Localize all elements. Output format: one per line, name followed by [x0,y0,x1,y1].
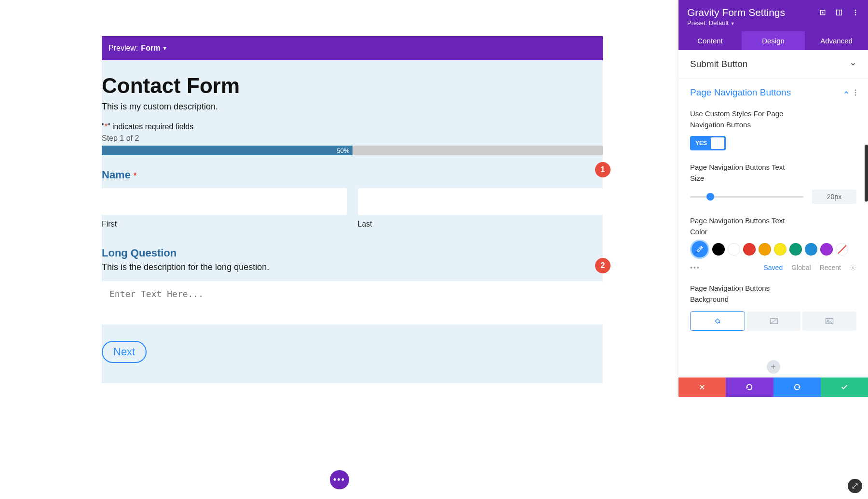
swatch-yellow[interactable] [774,243,787,256]
settings-panel: Gravity Form Settings Preset: Default ▼ … [678,0,868,397]
redo-icon [793,383,801,391]
settings-preset[interactable]: Preset: Default ▼ [687,19,859,27]
color-recent-link[interactable]: Recent [820,264,841,271]
setting-text-color: Page Navigation Buttons Text Color [690,216,856,271]
form-title: Contact Form [102,74,603,98]
settings-title: Gravity Form Settings [687,7,785,18]
chevron-down-icon [850,61,856,67]
preview-label: Preview: [108,44,138,53]
svg-line-17 [853,484,857,488]
section-title-submit: Submit Button [690,59,747,69]
tab-design[interactable]: Design [742,31,805,50]
scrollbar[interactable] [865,145,868,202]
swatch-white[interactable] [728,243,740,256]
step-label: Step 1 of 2 [102,134,603,143]
svg-rect-2 [837,10,842,15]
swatch-blue[interactable] [805,243,817,256]
last-name-input[interactable] [358,188,603,215]
gradient-icon [770,318,778,324]
eyedropper-icon [696,245,704,253]
cancel-button[interactable] [678,378,726,397]
long-question-label: Long Question [102,247,603,259]
close-icon [699,384,705,391]
canvas-area: Preview: Form ▼ 1 2 Contact Form This is… [0,0,678,499]
setting-text-size: Page Navigation Buttons Text Size 20px [690,162,856,204]
color-global-link[interactable]: Global [791,264,811,271]
image-icon [825,318,834,324]
toggle-thumb [711,137,724,149]
bg-tab-image[interactable] [802,311,856,331]
text-size-value[interactable]: 20px [812,189,856,204]
action-bar [678,378,868,397]
first-name-input[interactable] [102,188,347,215]
save-button[interactable] [821,378,868,397]
settings-tabs: Content Design Advanced [678,31,868,50]
svg-point-8 [855,92,856,94]
more-vertical-icon[interactable] [854,89,856,96]
dock-icon[interactable] [835,9,843,16]
color-saved-link[interactable]: Saved [763,264,783,271]
long-question-textarea[interactable] [102,281,603,324]
paint-bucket-icon [714,317,721,325]
swatch-teal[interactable] [789,243,802,256]
module-options-button[interactable]: ••• [330,470,349,489]
progress-bar: 50% [102,146,603,155]
section-title-nav: Page Navigation Buttons [690,87,791,98]
section-page-nav-header[interactable]: Page Navigation Buttons [690,87,856,98]
tab-advanced[interactable]: Advanced [805,31,868,50]
progress-text: 50% [337,147,349,154]
chevron-up-icon [843,89,850,96]
form-body: 1 2 Contact Form This is my custom descr… [102,60,603,383]
tab-content[interactable]: Content [678,31,742,50]
yes-toggle[interactable]: YES [690,136,726,150]
first-sublabel: First [102,220,347,229]
dots-icon: ••• [333,475,345,484]
progress-fill: 50% [102,146,353,155]
text-size-slider[interactable] [690,196,803,198]
preview-bar[interactable]: Preview: Form ▼ [102,36,603,60]
undo-button[interactable] [726,378,773,397]
settings-header: Gravity Form Settings Preset: Default ▼ [678,0,868,31]
use-custom-label: Use Custom Styles For Page Navigation Bu… [690,108,787,130]
swatch-red[interactable] [743,243,756,256]
svg-point-4 [855,10,856,11]
svg-line-12 [770,319,777,324]
last-sublabel: Last [358,220,603,229]
gear-icon[interactable] [850,264,856,271]
caret-down-icon: ▼ [162,45,167,51]
swatch-black[interactable] [712,243,725,256]
expand-icon[interactable] [819,9,827,16]
resize-icon [852,483,858,489]
form-description: This is my custom description. [102,102,603,112]
eyedropper-swatch[interactable] [690,240,709,259]
section-page-nav: Page Navigation Buttons Use Custom Style… [678,79,868,397]
more-icon[interactable] [852,9,859,16]
swatch-none[interactable] [836,243,848,256]
long-question-desc: This is the description for the long que… [102,262,603,272]
swatch-orange[interactable] [759,243,771,256]
yes-text: YES [692,140,711,147]
next-button[interactable]: Next [102,341,147,363]
svg-point-10 [852,267,854,269]
section-submit-button[interactable]: Submit Button [678,50,868,79]
plus-icon: + [767,360,780,374]
slider-thumb[interactable] [706,193,714,201]
preview-value: Form [141,44,160,53]
text-size-label: Page Navigation Buttons Text Size [690,162,787,184]
required-note: "*" indicates required fields [102,122,603,131]
svg-point-9 [855,94,856,96]
redo-button[interactable] [773,378,821,397]
resize-handle[interactable] [848,479,862,493]
svg-point-1 [822,12,823,13]
bg-label: Page Navigation Buttons Background [690,283,787,305]
svg-point-5 [855,12,856,13]
name-label: Name * [102,169,603,181]
bg-tab-color[interactable] [690,311,745,331]
swatch-purple[interactable] [820,243,833,256]
text-color-label: Page Navigation Buttons Text Color [690,216,787,237]
undo-icon [746,383,753,391]
setting-use-custom: Use Custom Styles For Page Navigation Bu… [690,108,856,150]
bg-tab-gradient[interactable] [747,311,801,331]
color-more-dots[interactable]: ••• [690,264,700,271]
annotation-1: 1 [595,162,610,177]
